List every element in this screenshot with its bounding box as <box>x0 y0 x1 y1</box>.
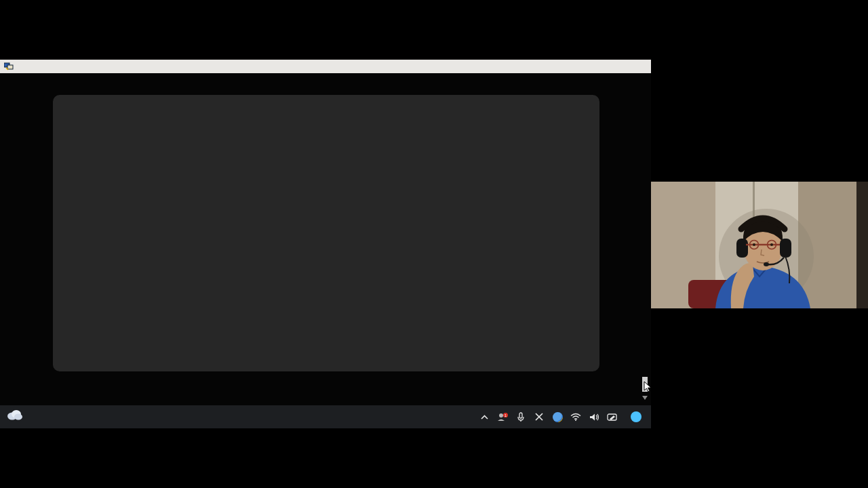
weather-widget[interactable] <box>5 407 26 421</box>
tray-notifier-icon[interactable]: 1 <box>496 411 509 423</box>
wifi-icon[interactable] <box>570 411 582 423</box>
volume-icon[interactable] <box>588 411 600 423</box>
alt-tab-switcher-panel <box>53 95 599 371</box>
screen-recording-canvas: { "window": { "title": "webapp@ogawa-pho… <box>0 0 868 488</box>
svg-text:1: 1 <box>505 413 507 418</box>
windows-taskbar: 1 <box>0 405 651 428</box>
close-overlay-icon[interactable] <box>533 411 545 423</box>
tray-expand-icon[interactable] <box>478 411 490 423</box>
cloud-icon <box>5 407 23 421</box>
ime-icon[interactable] <box>606 411 618 423</box>
vim-status-line <box>0 393 643 403</box>
putty-window-titlebar[interactable] <box>0 60 651 73</box>
microphone-icon[interactable] <box>515 411 527 423</box>
mouse-cursor <box>643 381 652 393</box>
scrollbar-down-arrow[interactable] <box>642 396 648 400</box>
color-sphere-icon[interactable] <box>551 411 564 423</box>
notification-count-badge[interactable] <box>631 411 642 422</box>
webcam-scene <box>651 182 868 308</box>
webcam-video-feed <box>651 182 868 308</box>
putty-window-icon <box>4 62 14 70</box>
